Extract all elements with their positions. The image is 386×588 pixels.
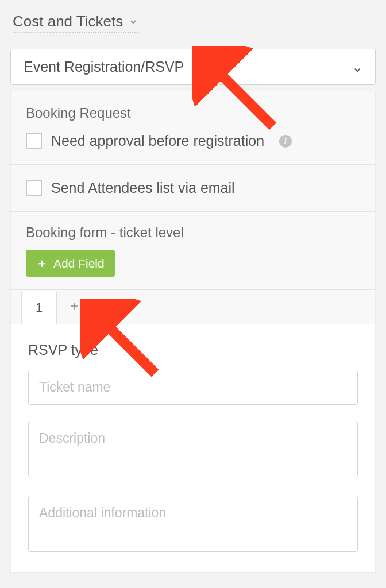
plus-icon (68, 298, 80, 316)
ticket-tab-label: 1 (36, 300, 43, 315)
ticket-name-input[interactable] (28, 370, 358, 405)
approval-checkbox-label: Need approval before registration (51, 133, 264, 149)
add-field-button[interactable]: ＋ Add Field (26, 250, 115, 277)
chevron-down-icon (352, 62, 362, 72)
send-attendees-label: Send Attendees list via email (51, 180, 235, 196)
add-field-label: Add Field (53, 257, 105, 270)
chevron-down-icon (129, 17, 138, 26)
booking-request-heading: Booking Request (26, 105, 360, 121)
rsvp-type-label: RSVP type (28, 342, 358, 358)
info-icon[interactable]: i (279, 135, 292, 148)
section-title: Cost and Tickets (13, 13, 123, 30)
booking-form-heading: Booking form - ticket level (26, 225, 360, 241)
section-toggle[interactable]: Cost and Tickets (13, 13, 138, 33)
ticket-tab-1[interactable]: 1 (21, 291, 57, 324)
registration-type-select[interactable]: Event Registration/RSVP (10, 49, 376, 85)
registration-type-value: Event Registration/RSVP (24, 59, 184, 75)
plus-icon: ＋ (36, 256, 48, 271)
add-ticket-tab[interactable] (57, 290, 91, 324)
booking-card: Booking Request Need approval before reg… (10, 91, 376, 573)
ticket-additional-info-input[interactable] (28, 496, 358, 552)
send-attendees-checkbox[interactable] (26, 180, 42, 196)
ticket-description-input[interactable] (28, 421, 358, 477)
ticket-panel: RSVP type (10, 324, 376, 573)
approval-checkbox[interactable] (26, 133, 42, 149)
